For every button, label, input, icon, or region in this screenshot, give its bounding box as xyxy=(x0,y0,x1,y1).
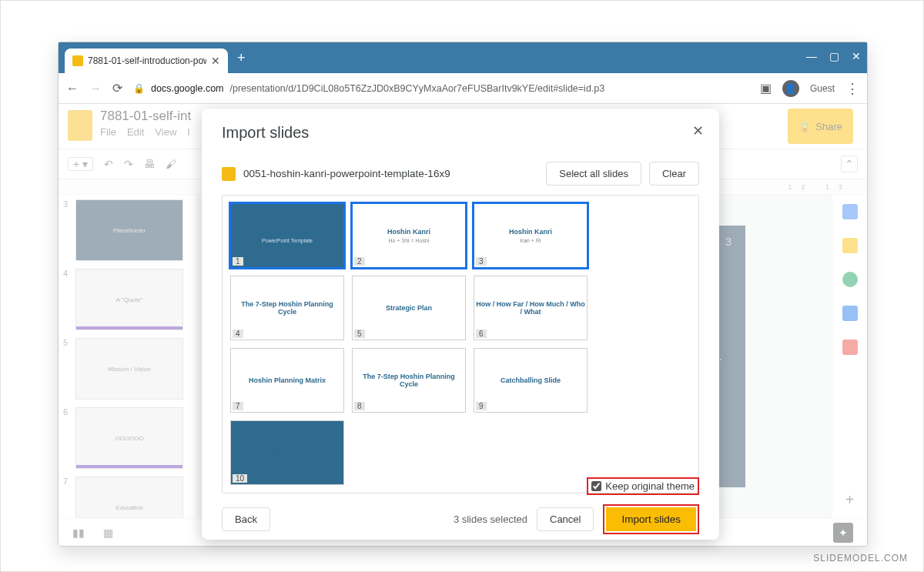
select-all-button[interactable]: Select all slides xyxy=(546,162,641,186)
import-slides-button[interactable]: Import slides xyxy=(606,507,696,531)
menu-file[interactable]: File xyxy=(100,126,116,138)
import-slide-9[interactable]: Catchballing Slide9 xyxy=(474,348,588,413)
selection-status: 3 slides selected xyxy=(454,513,527,525)
window-maximize-icon[interactable]: ▢ xyxy=(829,50,839,62)
nav-forward-icon[interactable]: → xyxy=(89,82,102,95)
keep-theme-label: Keep original theme xyxy=(605,480,695,492)
thumb-4: 4A "Quote" xyxy=(63,269,192,330)
import-highlight: Import slides xyxy=(603,504,699,534)
filmstrip-view-icon[interactable]: ▮▮ xyxy=(72,527,85,539)
keep-icon[interactable] xyxy=(842,238,858,253)
menu-edit[interactable]: Edit xyxy=(127,126,144,138)
redo-icon[interactable]: ↷ xyxy=(124,158,133,170)
import-slide-2[interactable]: Hoshin KanriHo + Shi = Hoshi2 xyxy=(352,203,466,268)
url-path: /presentation/d/1D9CiL08o5T6ZzJD0xB9CYyM… xyxy=(230,83,605,94)
chrome-window: 7881-01-self-introduction-powe ✕ + — ▢ ✕… xyxy=(58,42,868,547)
share-button[interactable]: 🔒 Share xyxy=(788,109,853,144)
nav-back-icon[interactable]: ← xyxy=(66,82,79,95)
browser-toolbar: ← → ⟳ 🔒 docs.google.com /presentation/d/… xyxy=(59,73,867,104)
dialog-close-icon[interactable]: ✕ xyxy=(692,122,704,139)
slide-filmstrip[interactable]: 3Placeholder 4A "Quote" 5Mission / Visio… xyxy=(59,195,197,518)
new-slide-button[interactable]: + ▾ xyxy=(68,157,93,171)
tab-title: 7881-01-self-introduction-powe xyxy=(88,55,206,66)
clear-selection-button[interactable]: Clear xyxy=(649,162,699,186)
keep-original-theme-option[interactable]: Keep original theme xyxy=(587,477,699,495)
watermark: SLIDEMODEL.COM xyxy=(813,553,908,564)
source-file-row: 0051-hoshin-kanri-powerpoint-template-16… xyxy=(222,162,699,186)
profile-avatar-icon[interactable]: 👤 xyxy=(782,80,799,97)
collapse-toolbar-icon[interactable]: ⌃ xyxy=(841,156,858,172)
import-slide-4[interactable]: The 7-Step Hoshin Planning Cycle4 xyxy=(230,276,344,340)
import-slide-8[interactable]: The 7-Step Hoshin Planning Cycle8 xyxy=(352,348,466,413)
page-frame: 7881-01-self-introduction-powe ✕ + — ▢ ✕… xyxy=(0,0,924,572)
panel-toggle-icon[interactable]: ▣ xyxy=(760,81,772,95)
cancel-button[interactable]: Cancel xyxy=(537,507,594,531)
add-addon-icon[interactable]: + xyxy=(845,491,855,509)
thumb-3: 3Placeholder xyxy=(63,199,192,261)
lock-icon: 🔒 xyxy=(133,83,145,94)
grid-view-icon[interactable]: ▦ xyxy=(103,527,113,539)
slide-picker: Hoshin KanriPowerPoint Template1Hoshin K… xyxy=(222,195,699,493)
import-slide-1[interactable]: Hoshin KanriPowerPoint Template1 xyxy=(230,203,344,268)
slide-page-number: 3 xyxy=(725,235,732,248)
new-tab-button[interactable]: + xyxy=(237,50,246,66)
lock-icon: 🔒 xyxy=(798,121,811,132)
menu-bar: File Edit View I xyxy=(100,126,191,138)
slides-favicon-icon xyxy=(72,55,83,66)
dialog-title: Import slides xyxy=(222,124,699,142)
profile-label: Guest xyxy=(810,83,835,94)
keep-theme-checkbox[interactable] xyxy=(591,481,601,491)
import-slide-10[interactable]: SlideModel10 xyxy=(230,420,344,485)
url-domain: docs.google.com xyxy=(151,83,224,94)
thumb-5: 5Mission / Vision xyxy=(63,338,192,400)
tab-close-icon[interactable]: ✕ xyxy=(211,55,220,67)
window-close-icon[interactable]: ✕ xyxy=(852,50,861,62)
import-slides-dialog: Import slides ✕ 0051-hoshin-kanri-powerp… xyxy=(202,109,719,540)
explore-icon[interactable]: ✦ xyxy=(833,523,853,543)
import-slide-6[interactable]: How / How Far / How Much / Who / What6 xyxy=(474,276,588,340)
side-panel: + xyxy=(832,195,867,518)
browser-titlebar: 7881-01-self-introduction-powe ✕ + — ▢ ✕ xyxy=(59,42,867,73)
thumb-6: 6OOOOOO xyxy=(63,407,192,469)
thumb-7: 7Education xyxy=(63,477,192,518)
maps-icon[interactable] xyxy=(842,340,858,355)
address-bar[interactable]: 🔒 docs.google.com /presentation/d/1D9CiL… xyxy=(133,83,749,94)
contacts-icon[interactable] xyxy=(842,306,858,321)
source-file-name: 0051-hoshin-kanri-powerpoint-template-16… xyxy=(243,168,538,179)
menu-insert[interactable]: I xyxy=(187,126,190,138)
import-slide-7[interactable]: Hoshin Planning Matrix7 xyxy=(230,348,344,413)
undo-icon[interactable]: ↶ xyxy=(104,158,113,170)
import-slide-5[interactable]: Strategic Plan5 xyxy=(352,276,466,340)
nav-reload-icon[interactable]: ⟳ xyxy=(112,81,122,95)
import-slide-3[interactable]: Hoshin KanriKan + Ri3 xyxy=(474,203,588,268)
slides-app-icon[interactable] xyxy=(68,110,92,141)
back-button[interactable]: Back xyxy=(222,507,270,531)
document-title[interactable]: 7881-01-self-int xyxy=(100,109,191,124)
browser-menu-icon[interactable]: ⋮ xyxy=(845,80,859,97)
window-minimize-icon[interactable]: — xyxy=(806,50,817,62)
slides-file-icon xyxy=(222,167,236,181)
browser-tab[interactable]: 7881-01-self-introduction-powe ✕ xyxy=(65,49,228,73)
paint-format-icon[interactable]: 🖌 xyxy=(166,158,176,170)
calendar-icon[interactable] xyxy=(842,204,858,219)
menu-view[interactable]: View xyxy=(155,126,176,138)
print-icon[interactable]: 🖶 xyxy=(144,158,155,170)
tasks-icon[interactable] xyxy=(842,272,858,287)
